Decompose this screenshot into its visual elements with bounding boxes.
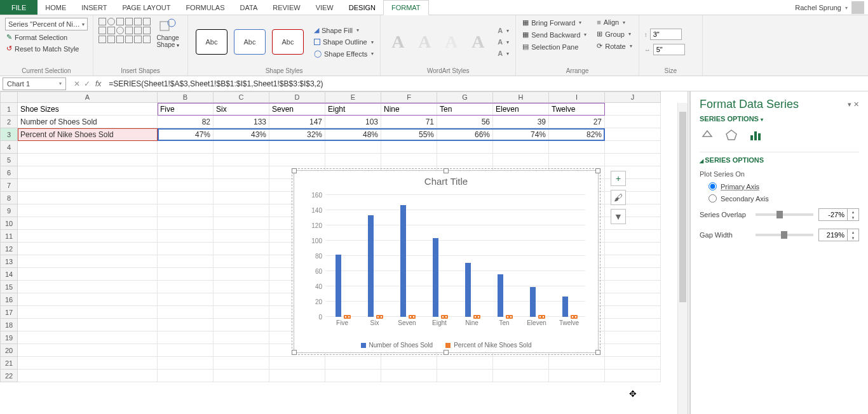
bring-forward-button[interactable]: ▦ Bring Forward	[521, 18, 588, 27]
cell[interactable]	[605, 344, 661, 357]
cell[interactable]	[214, 370, 269, 382]
rotate-button[interactable]: ⟳ Rotate	[595, 41, 633, 51]
cell[interactable]	[493, 154, 549, 166]
cell[interactable]: 48%	[325, 128, 381, 141]
cell[interactable]	[214, 293, 269, 306]
row-header[interactable]: 21	[0, 357, 18, 370]
cell[interactable]	[605, 116, 661, 128]
tab-view[interactable]: VIEW	[308, 0, 341, 15]
col-header-B[interactable]: B	[158, 91, 214, 103]
chart-handle[interactable]	[444, 168, 449, 173]
text-effects-button[interactable]: A	[496, 49, 510, 58]
row-header[interactable]: 22	[0, 370, 18, 382]
row-header[interactable]: 13	[0, 255, 18, 268]
cell[interactable]	[214, 306, 269, 319]
cell[interactable]: 74%	[493, 128, 549, 141]
bar-series-1[interactable]	[368, 215, 374, 317]
series-overlap-input[interactable]	[819, 209, 847, 220]
cell[interactable]	[214, 179, 269, 192]
cell[interactable]	[214, 217, 269, 230]
row-header[interactable]: 12	[0, 243, 18, 255]
row-header[interactable]: 14	[0, 268, 18, 281]
cell[interactable]	[381, 370, 437, 382]
col-header-F[interactable]: F	[381, 91, 437, 103]
tp-fill-icon[interactable]	[700, 128, 715, 143]
tab-home[interactable]: HOME	[37, 0, 74, 15]
row-header[interactable]: 6	[0, 166, 18, 179]
cell[interactable]	[381, 141, 437, 154]
tab-page-layout[interactable]: PAGE LAYOUT	[114, 0, 178, 15]
row-header[interactable]: 10	[0, 217, 18, 230]
cell[interactable]	[605, 128, 661, 141]
col-header-I[interactable]: I	[549, 91, 605, 103]
selection-pane-button[interactable]: ▤ Selection Pane	[521, 42, 588, 51]
row-header[interactable]: 3	[0, 128, 18, 141]
cell[interactable]: 55%	[381, 128, 437, 141]
cell[interactable]	[437, 370, 493, 382]
reset-to-match-style-button[interactable]: ↺ Reset to Match Style	[5, 44, 88, 53]
tp-section-series-options[interactable]: SERIES OPTIONS	[700, 152, 859, 168]
tab-review[interactable]: REVIEW	[265, 0, 308, 15]
cell[interactable]	[18, 166, 158, 179]
cell[interactable]: 82	[158, 116, 214, 128]
cell[interactable]	[605, 293, 661, 306]
shape-style-preset-3[interactable]: Abc	[272, 29, 304, 55]
cell[interactable]	[325, 141, 381, 154]
chart-handle[interactable]	[292, 168, 297, 173]
chart-title[interactable]: Chart Title	[294, 171, 598, 189]
cell[interactable]: 39	[493, 116, 549, 128]
series-overlap-spinner[interactable]: ▲▼	[818, 208, 859, 221]
tp-effects-icon[interactable]	[724, 128, 739, 143]
wordart-preset-4[interactable]: A	[466, 30, 490, 53]
cell[interactable]: 56	[437, 116, 493, 128]
shape-style-preset-2[interactable]: Abc	[234, 29, 266, 55]
wordart-preset-3[interactable]: A	[439, 30, 463, 53]
cell[interactable]	[549, 141, 605, 154]
accept-formula-button[interactable]: ✓	[84, 79, 90, 88]
cell[interactable]	[214, 154, 269, 166]
cell[interactable]	[214, 268, 269, 281]
cell[interactable]	[605, 268, 661, 281]
cell[interactable]	[158, 268, 214, 281]
cell[interactable]	[493, 370, 549, 382]
cell[interactable]	[605, 141, 661, 154]
cell[interactable]	[158, 281, 214, 293]
col-header-C[interactable]: C	[214, 91, 269, 103]
cell[interactable]: Eight	[325, 103, 381, 116]
cell[interactable]: Percent of Nike Shoes Sold	[18, 128, 158, 141]
cell[interactable]: Ten	[437, 103, 493, 116]
shape-width-input[interactable]	[653, 44, 685, 55]
col-header-A[interactable]: A	[18, 91, 158, 103]
cell[interactable]	[158, 293, 214, 306]
chart-handle[interactable]	[595, 350, 600, 355]
chart-legend[interactable]: Number of Shoes Sold Percent of Nike Sho…	[294, 342, 598, 349]
cell[interactable]	[549, 357, 605, 370]
cell[interactable]	[605, 357, 661, 370]
secondary-axis-radio[interactable]: Secondary Axis	[700, 192, 859, 204]
chart-element-selector[interactable]: Series "Percent of Nike S ▾	[5, 18, 88, 30]
cell[interactable]	[605, 370, 661, 382]
col-header-J[interactable]: J	[605, 91, 661, 103]
tab-format[interactable]: FORMAT	[383, 0, 429, 15]
embedded-chart[interactable]: Chart Title 020406080100120140160FiveSix…	[294, 170, 599, 353]
spin-down[interactable]: ▼	[848, 215, 858, 220]
cell[interactable]	[158, 255, 214, 268]
text-outline-button[interactable]: A	[496, 37, 510, 46]
gap-width-slider[interactable]	[756, 234, 813, 236]
shape-fill-button[interactable]: ◢ Shape Fill	[313, 25, 375, 35]
cell[interactable]	[214, 319, 269, 331]
cell[interactable]	[493, 141, 549, 154]
cell[interactable]: Six	[214, 103, 269, 116]
gap-width-input[interactable]	[819, 229, 847, 241]
tab-design[interactable]: DESIGN	[341, 0, 383, 15]
cell[interactable]: Eleven	[493, 103, 549, 116]
row-header[interactable]: 8	[0, 192, 18, 204]
cell[interactable]	[605, 306, 661, 319]
grid[interactable]: A B C D E F G H I J 1Shoe SizesFiveSixSe…	[0, 91, 688, 414]
legend-series-2[interactable]: Percent of Nike Shoes Sold	[445, 342, 531, 349]
cell[interactable]	[381, 357, 437, 370]
chart-filters-button[interactable]: ▼	[611, 209, 626, 224]
chart-styles-button[interactable]: 🖌	[611, 190, 626, 205]
cell[interactable]	[214, 281, 269, 293]
cell[interactable]	[605, 255, 661, 268]
